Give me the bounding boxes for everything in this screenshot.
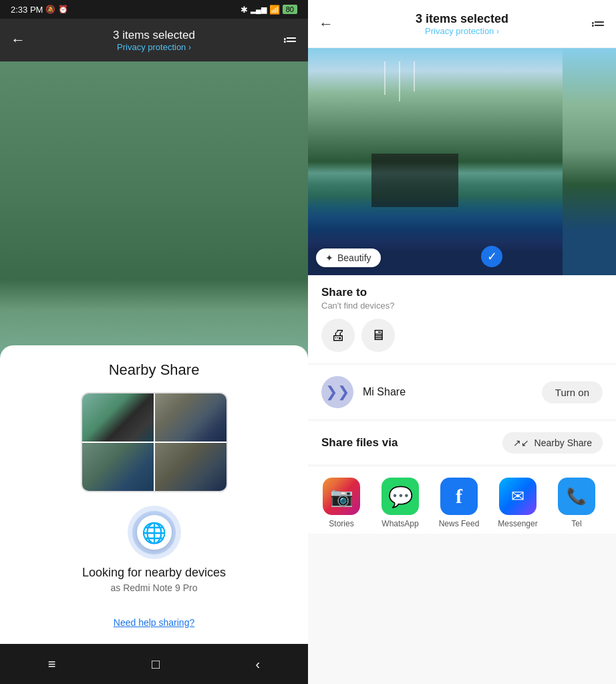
mi-share-section: ❯❯ Mi Share Turn on <box>308 365 616 419</box>
right-back-button[interactable]: ← <box>319 15 333 33</box>
photo-cell-top-left <box>82 393 154 442</box>
battery-icon: 80 <box>283 5 297 14</box>
header-title: 3 items selected <box>113 29 195 42</box>
wifi-icon: 📶 <box>269 5 280 15</box>
share-to-label: Share to <box>321 286 603 299</box>
turn-on-button[interactable]: Turn on <box>542 381 603 403</box>
nearby-share-button[interactable]: ↗↙ Nearby Share <box>502 432 603 454</box>
nearby-share-title: Nearby Share <box>109 361 200 379</box>
power-lines <box>384 61 415 102</box>
app-label-messenger: Messenger <box>498 519 537 528</box>
tel-icon: 📞 <box>558 478 595 515</box>
facebook-icon: f <box>440 478 478 515</box>
app-label-whatsapp: WhatsApp <box>381 519 418 528</box>
beautify-icon: ✦ <box>325 252 333 263</box>
bluetooth-icon: ✱ <box>241 5 248 15</box>
right-main-image: ✦ Beautify ✓ <box>308 48 563 275</box>
app-row: 📷 Stories 💬 WhatsApp f News Feed ✉ Messe… <box>308 467 616 534</box>
cant-find-text: Can't find devices? <box>321 301 603 311</box>
privacy-protection-link[interactable]: Privacy protection › <box>117 42 191 52</box>
photo-cell-bottom-left <box>82 443 154 491</box>
right-header-center: 3 items selected Privacy protection › <box>416 12 508 36</box>
mi-share-name: Mi Share <box>363 386 406 398</box>
nearby-photo-grid <box>81 392 228 492</box>
app-item-whatsapp[interactable]: 💬 WhatsApp <box>373 478 427 528</box>
left-bottom-nav: ≡ □ ‹ <box>0 644 308 684</box>
messenger-icon: ✉ <box>499 478 536 515</box>
nearby-share-sheet: Nearby Share 🌐 Looking for nearby device… <box>0 345 308 644</box>
header-center: 3 items selected Privacy protection › <box>113 29 195 52</box>
mi-share-left: ❯❯ Mi Share <box>321 376 406 408</box>
right-header-title: 3 items selected <box>416 12 508 26</box>
right-header: ← 3 items selected Privacy protection › … <box>308 0 616 48</box>
left-panel: 2:33 PM 🔕 ⏰ ✱ ▂▄▆ 📶 80 ← 3 items selecte… <box>0 0 308 684</box>
instagram-icon: 📷 <box>323 478 360 515</box>
right-privacy-link[interactable]: Privacy protection › <box>425 26 499 36</box>
app-item-facebook[interactable]: f News Feed <box>432 478 486 528</box>
photo-cell-bottom-right <box>155 443 226 491</box>
monitor-icon-button[interactable]: 🖥 <box>361 319 395 352</box>
muted-icon: 🔕 <box>45 5 55 14</box>
device-icons-row: 🖨 🖥 <box>321 319 603 352</box>
mi-share-icon: ❯❯ <box>325 383 349 401</box>
menu-icon[interactable]: ≡ <box>48 657 56 672</box>
right-side-image <box>563 48 616 275</box>
chevron-right-icon: › <box>188 43 191 52</box>
whatsapp-icon: 💬 <box>381 478 419 515</box>
printer-icon-button[interactable]: 🖨 <box>321 319 355 352</box>
share-files-section: Share files via ↗↙ Nearby Share <box>308 421 616 464</box>
alarm-icon: ⏰ <box>58 5 68 14</box>
nearby-share-icon: ↗↙ <box>513 438 529 448</box>
app-item-stories[interactable]: 📷 Stories <box>315 478 368 528</box>
mi-share-avatar: ❯❯ <box>321 376 353 408</box>
left-header: ← 3 items selected Privacy protection › … <box>0 19 308 61</box>
status-left: 2:33 PM 🔕 ⏰ <box>11 5 68 15</box>
beautify-button[interactable]: ✦ Beautify <box>316 248 381 267</box>
looking-text: Looking for nearby devices <box>82 566 226 580</box>
right-filter-button[interactable]: ≔ <box>591 15 605 33</box>
app-item-messenger[interactable]: ✉ Messenger <box>491 478 545 528</box>
device-name-text: as Redmi Note 9 Pro <box>111 582 198 593</box>
share-files-label: Share files via <box>321 436 398 450</box>
app-label-tel: Tel <box>571 519 581 528</box>
nearby-globe-icon: 🌐 <box>137 515 172 550</box>
home-icon[interactable]: □ <box>152 657 160 672</box>
status-bar: 2:33 PM 🔕 ⏰ ✱ ▂▄▆ 📶 80 <box>0 0 308 19</box>
nearby-avatar-wrap: 🌐 <box>128 506 181 559</box>
right-image-area: ✦ Beautify ✓ <box>308 48 616 275</box>
right-panel: ← 3 items selected Privacy protection › … <box>308 0 616 684</box>
app-label-newsfeed: News Feed <box>439 519 480 528</box>
filter-button[interactable]: ≔ <box>283 31 297 49</box>
share-to-section: Share to Can't find devices? 🖨 🖥 <box>308 275 616 363</box>
help-link[interactable]: Need help sharing? <box>114 617 194 628</box>
status-time: 2:33 PM <box>11 5 43 15</box>
signal-icon: ▂▄▆ <box>251 5 267 14</box>
right-chevron-icon: › <box>496 27 499 36</box>
back-nav-icon[interactable]: ‹ <box>256 657 261 672</box>
status-right: ✱ ▂▄▆ 📶 80 <box>241 5 297 15</box>
app-label-stories: Stories <box>329 519 353 528</box>
selected-check-badge: ✓ <box>481 246 502 267</box>
photo-cell-top-right <box>155 393 226 442</box>
back-button[interactable]: ← <box>11 31 25 49</box>
app-item-tel[interactable]: 📞 Tel <box>550 478 603 528</box>
